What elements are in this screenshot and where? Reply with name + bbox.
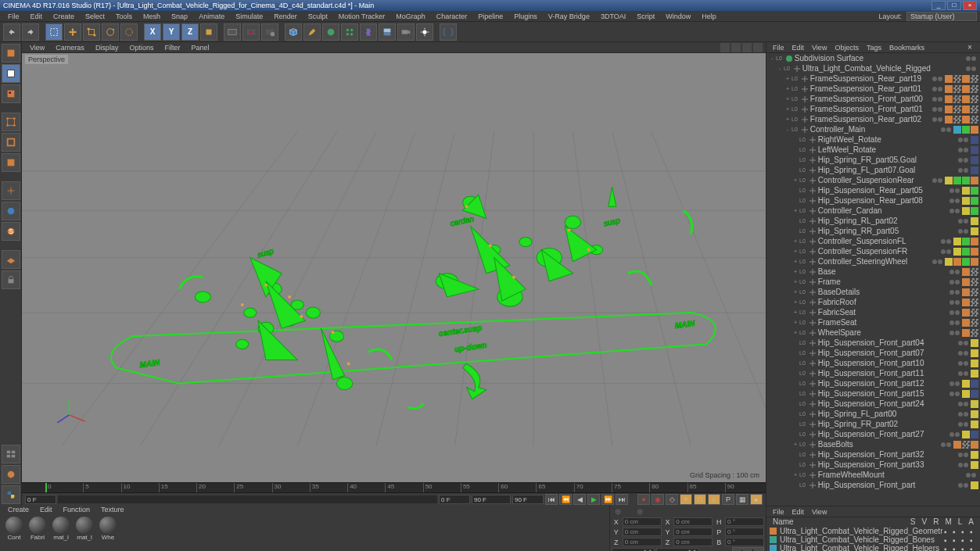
object-row[interactable]: L0Hip_Spring_FL_part00	[766, 409, 980, 419]
tree-toggle-icon[interactable]: +	[792, 309, 799, 316]
tree-toggle-icon[interactable]: -	[768, 55, 776, 62]
visibility-dots[interactable]	[946, 381, 962, 386]
object-row[interactable]: +L0Controller_Cardan	[766, 206, 980, 216]
material-item[interactable]: mat_l	[50, 517, 72, 541]
vp-menu-cameras[interactable]: Cameras	[51, 44, 89, 52]
tag-checker[interactable]	[971, 278, 978, 286]
tag-orange[interactable]	[962, 299, 970, 306]
z-axis-button[interactable]: Z	[181, 23, 199, 41]
object-row[interactable]: +L0Controller_SuspensionRear	[766, 175, 980, 185]
maximize-button[interactable]: □	[947, 1, 961, 10]
mat-menu-create[interactable]: Create	[3, 506, 34, 515]
tree-toggle-icon[interactable]: +	[792, 258, 799, 265]
autokey-button[interactable]: ◉	[652, 494, 664, 505]
visibility-dots[interactable]	[955, 361, 971, 366]
object-row[interactable]: +L0BaseDetails	[766, 287, 980, 297]
mat-menu-function[interactable]: Function	[59, 506, 95, 515]
visibility-dots[interactable]	[938, 442, 953, 447]
visibility-dots[interactable]	[946, 392, 962, 396]
record-button[interactable]: ●	[637, 494, 650, 505]
visibility-dots[interactable]	[946, 280, 962, 284]
objmgr-menu-objects[interactable]: Objects	[831, 44, 862, 52]
frame-start-input[interactable]	[25, 495, 56, 504]
vp-menu-options[interactable]: Options	[124, 44, 158, 52]
coord-apply-button[interactable]: Apply	[732, 547, 764, 552]
render-view-button[interactable]	[224, 23, 241, 41]
visibility-dots[interactable]	[929, 178, 945, 183]
panel-close-icon[interactable]: ×	[967, 43, 977, 52]
tag-orange[interactable]	[953, 258, 961, 266]
menu-sculpt[interactable]: Sculpt	[303, 13, 332, 20]
tag-orange[interactable]	[953, 441, 961, 449]
tag-green[interactable]	[962, 177, 970, 184]
timeline-cursor[interactable]	[45, 483, 47, 492]
tag-checker[interactable]	[971, 288, 978, 296]
tag-checker[interactable]	[971, 299, 978, 306]
tag-orange[interactable]	[945, 116, 953, 123]
coord-system-button[interactable]	[200, 23, 217, 41]
tree-toggle-icon[interactable]: +	[792, 278, 799, 285]
visibility-dots[interactable]	[946, 270, 962, 274]
tag-orange[interactable]	[962, 319, 970, 327]
tag-yellow[interactable]	[971, 227, 978, 235]
script-button[interactable]	[440, 23, 457, 41]
visibility-dots[interactable]	[938, 249, 953, 254]
goto-end-button[interactable]: ⏭	[616, 494, 628, 505]
tag-cyan[interactable]	[953, 126, 961, 134]
tag-orange[interactable]	[945, 75, 953, 83]
visibility-dots[interactable]	[955, 148, 971, 152]
vp-menu-display[interactable]: Display	[91, 44, 124, 52]
model-mode-button[interactable]	[2, 64, 20, 83]
tree-toggle-icon[interactable]: +	[792, 177, 799, 184]
goto-nextkey-button[interactable]: ⏩	[601, 494, 614, 505]
tree-toggle-icon[interactable]: +	[784, 116, 792, 123]
layout-select[interactable]: Startup (User)	[906, 12, 977, 21]
key-pos-button[interactable]: +	[680, 494, 692, 505]
render-pv-button[interactable]	[242, 23, 260, 41]
tree-toggle-icon[interactable]: +	[792, 268, 799, 275]
tag-orange[interactable]	[945, 95, 953, 103]
tag-checker[interactable]	[971, 116, 978, 123]
tag-yellow[interactable]	[962, 207, 970, 215]
object-row[interactable]: L0Hip_Suspension_Rear_part05	[766, 185, 980, 195]
tag-green[interactable]	[962, 238, 970, 245]
tag-yellow[interactable]	[971, 339, 978, 347]
visibility-dots[interactable]	[938, 239, 953, 244]
menu-window[interactable]: Window	[661, 13, 695, 20]
tag-orange[interactable]	[962, 309, 970, 317]
visibility-dots[interactable]	[955, 219, 971, 224]
tag-orange[interactable]	[971, 177, 978, 184]
menu-render[interactable]: Render	[269, 13, 302, 20]
tag-checker[interactable]	[953, 116, 961, 123]
tag-yellow[interactable]	[971, 420, 978, 428]
layer-flag-icon[interactable]: ▪	[970, 545, 977, 551]
tag-checker[interactable]	[971, 268, 978, 276]
subdiv-button[interactable]	[322, 23, 339, 41]
visibility-dots[interactable]	[963, 473, 978, 478]
tree-toggle-icon[interactable]: +	[792, 238, 799, 245]
menu-create[interactable]: Create	[48, 13, 79, 20]
tag-checker[interactable]	[971, 319, 978, 327]
object-row[interactable]: L0Hip_Suspension_Front_part24	[766, 399, 980, 409]
object-row[interactable]: L0Hip_Suspension_Front_part11	[766, 368, 980, 378]
tag-yellow[interactable]	[971, 400, 978, 408]
vp-toggle-icon[interactable]	[742, 43, 752, 52]
menu-v-ray-bridge[interactable]: V-Ray Bridge	[544, 13, 594, 20]
object-row[interactable]: +L0FrameSuspension_Rear_part01	[766, 84, 980, 94]
scale-button[interactable]	[83, 23, 100, 41]
locked-workplane-button[interactable]	[2, 270, 20, 289]
tree-toggle-icon[interactable]: +	[792, 441, 799, 448]
visibility-dots[interactable]	[955, 483, 971, 488]
environment-button[interactable]	[379, 23, 396, 41]
layer-flag-icon[interactable]: ▪	[961, 536, 968, 543]
tag-orange[interactable]	[945, 85, 953, 93]
layer-flag-icon[interactable]: ▪	[953, 528, 960, 535]
vp-menu-panel[interactable]: Panel	[186, 44, 214, 52]
visibility-dots[interactable]	[946, 188, 962, 193]
key-scale-button[interactable]: □	[694, 494, 706, 505]
menu-motion-tracker[interactable]: Motion Tracker	[334, 13, 390, 20]
visibility-dots[interactable]	[929, 97, 945, 102]
tag-checker[interactable]	[953, 75, 961, 83]
vp-toggle-icon[interactable]	[731, 43, 741, 52]
points-mode-button[interactable]	[2, 113, 20, 131]
